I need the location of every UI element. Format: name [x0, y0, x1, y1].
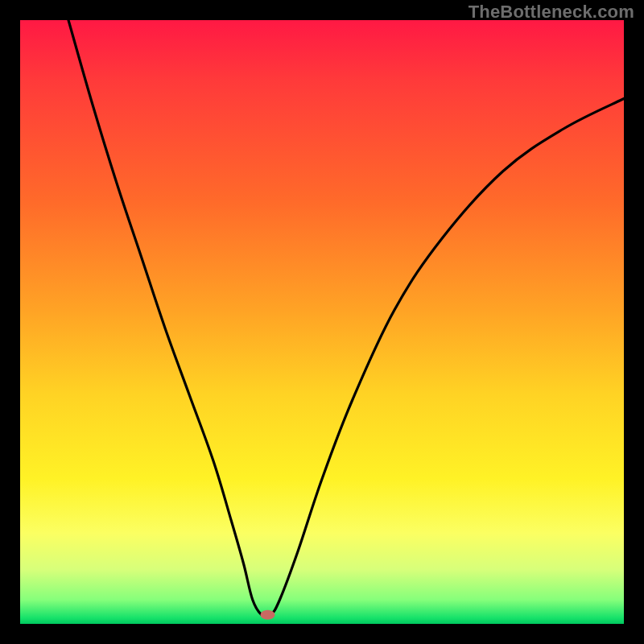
vertex-marker: [261, 610, 275, 620]
bottleneck-curve: [68, 20, 624, 617]
curve-svg: [20, 20, 624, 624]
plot-area: [20, 20, 624, 624]
chart-frame: TheBottleneck.com: [0, 0, 644, 644]
